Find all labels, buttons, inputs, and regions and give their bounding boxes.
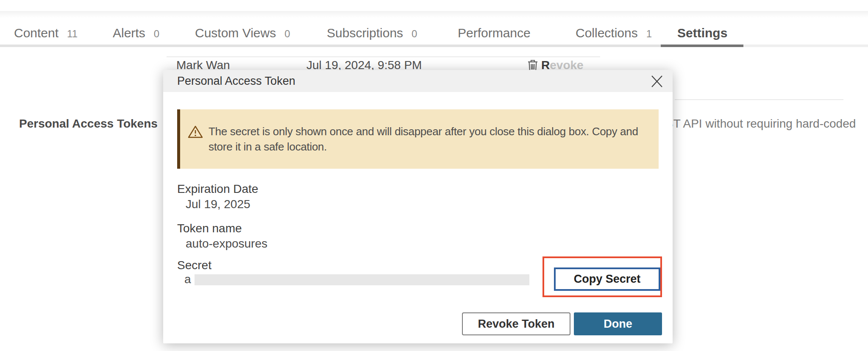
token-table-divider xyxy=(167,56,600,57)
tab-count-badge: 0 xyxy=(284,28,290,40)
tab-label: Performance xyxy=(458,26,531,40)
warning-message: The secret is only shown once and will d… xyxy=(209,124,650,154)
tab-performance[interactable]: Performance xyxy=(442,26,546,47)
expiration-date-label: Expiration Date xyxy=(177,182,258,196)
tab-count-badge: 11 xyxy=(67,28,78,40)
warning-icon xyxy=(188,125,203,139)
tab-label: Custom Views xyxy=(195,26,276,40)
tab-label: Subscriptions xyxy=(327,26,403,40)
secret-value-fragment: a xyxy=(184,273,191,286)
secret-warning-banner: The secret is only shown once and will d… xyxy=(177,109,659,169)
secret-label: Secret xyxy=(177,259,211,272)
token-name-value: auto-exposures xyxy=(186,237,267,251)
personal-access-token-dialog: Personal Access Token The secret is only… xyxy=(163,70,673,343)
tab-count-badge: 1 xyxy=(646,28,652,40)
tab-collections[interactable]: Collections 1 xyxy=(560,26,667,47)
tab-label: Content xyxy=(14,26,58,40)
secret-redacted-bar xyxy=(195,274,529,285)
tab-subscriptions[interactable]: Subscriptions 0 xyxy=(312,26,432,47)
section-description-fragment: ST API without requiring hard-coded xyxy=(665,117,856,131)
expiration-date-value: Jul 19, 2025 xyxy=(186,198,250,211)
tab-label: Alerts xyxy=(113,26,145,40)
tab-label: Settings xyxy=(677,26,727,40)
top-divider xyxy=(0,11,868,18)
personal-access-tokens-section-label: Personal Access Tokens xyxy=(19,117,158,131)
dialog-header: Personal Access Token xyxy=(163,70,673,92)
done-button[interactable]: Done xyxy=(574,312,662,335)
tab-custom-views[interactable]: Custom Views 0 xyxy=(180,26,306,47)
content-tab-bar: Content 11 Alerts 0 Custom Views 0 Subsc… xyxy=(0,21,868,47)
token-name-label: Token name xyxy=(177,222,242,235)
copy-secret-button[interactable]: Copy Secret xyxy=(554,267,660,291)
tab-count-badge: 0 xyxy=(154,28,159,40)
settings-section-divider xyxy=(675,99,843,100)
tab-settings[interactable]: Settings xyxy=(661,26,744,47)
dialog-title: Personal Access Token xyxy=(177,70,295,92)
tab-count-badge: 0 xyxy=(412,28,417,40)
tab-label: Collections xyxy=(576,26,638,40)
secret-value-row: a xyxy=(184,273,529,286)
tab-bar-edge-divider xyxy=(743,45,868,47)
close-icon[interactable] xyxy=(650,74,664,89)
tab-alerts[interactable]: Alerts 0 xyxy=(97,26,175,47)
tab-content[interactable]: Content 11 xyxy=(0,26,93,47)
tableau-settings-page: Content 11 Alerts 0 Custom Views 0 Subsc… xyxy=(0,0,868,351)
revoke-token-button[interactable]: Revoke Token xyxy=(462,312,570,335)
